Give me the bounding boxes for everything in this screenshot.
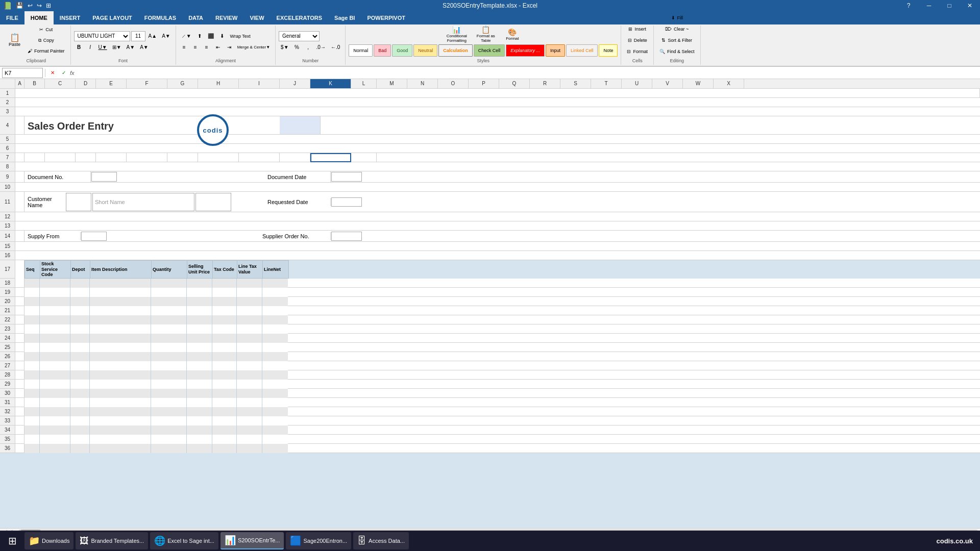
row22-code[interactable] — [40, 315, 70, 324]
style-note[interactable]: Note — [599, 44, 618, 57]
row23-desc[interactable] — [90, 324, 151, 334]
row28-depot[interactable] — [70, 370, 90, 380]
row23-a[interactable] — [15, 324, 24, 334]
row32-rest[interactable] — [288, 407, 980, 416]
row33-tax-code[interactable] — [212, 416, 237, 425]
row20-tax-code[interactable] — [212, 297, 237, 306]
row24-a[interactable] — [15, 334, 24, 343]
align-top-btn[interactable]: ⬆ — [194, 31, 205, 41]
tab-sage-bi[interactable]: Sage BI — [328, 11, 361, 24]
row24-rest[interactable] — [288, 334, 980, 343]
align-center-btn[interactable]: ≡ — [190, 42, 201, 53]
close-button[interactable]: ✕ — [960, 0, 980, 11]
row19-qty[interactable] — [151, 288, 187, 297]
row18-qty[interactable] — [151, 279, 187, 288]
row32-linenet[interactable] — [262, 407, 288, 416]
copy-button[interactable]: ⧉ Copy — [25, 35, 67, 45]
row23-linenet[interactable] — [262, 324, 288, 334]
col-header-n[interactable]: N — [407, 79, 438, 88]
align-bottom-btn[interactable]: ⬇ — [217, 31, 227, 41]
row19-tax-code[interactable] — [212, 288, 237, 297]
taskbar-downloads[interactable]: 📁 Downloads — [24, 532, 74, 549]
col-header-a[interactable]: A — [15, 79, 24, 88]
row29-seq[interactable] — [24, 380, 40, 389]
row25-linenet[interactable] — [262, 343, 288, 352]
row35-rest[interactable] — [288, 435, 980, 444]
taskbar-branded-templates[interactable]: 🖼 Branded Templates... — [76, 532, 148, 549]
row36-depot[interactable] — [70, 444, 90, 453]
row23-tax-val[interactable] — [237, 324, 262, 334]
style-input[interactable]: Input — [546, 44, 565, 57]
row34-desc[interactable] — [90, 425, 151, 435]
row22-desc[interactable] — [90, 315, 151, 324]
percent-btn[interactable]: % — [292, 42, 302, 53]
row35-depot[interactable] — [70, 435, 90, 444]
col-header-u[interactable]: U — [622, 79, 652, 88]
row28-desc[interactable] — [90, 370, 151, 380]
merge-center-btn[interactable]: Merge & Center▼ — [235, 42, 272, 53]
row27-price[interactable] — [187, 361, 212, 370]
row19-linenet[interactable] — [262, 288, 288, 297]
cell-styles-btn[interactable]: 🎨 Format — [500, 28, 525, 41]
col-header-g[interactable]: G — [167, 79, 198, 88]
row22-price[interactable] — [187, 315, 212, 324]
col-header-w[interactable]: W — [683, 79, 714, 88]
col-header-b[interactable]: B — [24, 79, 45, 88]
row26-desc[interactable] — [90, 352, 151, 361]
row20-price[interactable] — [187, 297, 212, 306]
row27-tax-val[interactable] — [237, 361, 262, 370]
comma-btn[interactable]: , — [303, 42, 313, 53]
row30-price[interactable] — [187, 389, 212, 398]
row25-qty[interactable] — [151, 343, 187, 352]
row18-price[interactable] — [187, 279, 212, 288]
clear-button[interactable]: ⌦ Clear ~ — [657, 24, 697, 34]
row30-seq[interactable] — [24, 389, 40, 398]
col-header-t[interactable]: T — [591, 79, 622, 88]
row7-cell-b[interactable] — [24, 153, 45, 162]
row21-tax-code[interactable] — [212, 306, 237, 315]
row21-linenet[interactable] — [262, 306, 288, 315]
row4-cells-rest[interactable] — [321, 116, 980, 135]
row18-seq[interactable] — [24, 279, 40, 288]
row18-tax-val[interactable] — [237, 279, 262, 288]
supply-from-input[interactable] — [81, 232, 107, 241]
col-header-r[interactable]: R — [530, 79, 560, 88]
tab-insert[interactable]: INSERT — [54, 11, 86, 24]
row21-rest[interactable] — [288, 306, 980, 315]
row22-tax-code[interactable] — [212, 315, 237, 324]
row29-code[interactable] — [40, 380, 70, 389]
row24-desc[interactable] — [90, 334, 151, 343]
title-bar-controls[interactable]: ? ─ □ ✕ — [898, 0, 980, 11]
row33-linenet[interactable] — [262, 416, 288, 425]
row35-linenet[interactable] — [262, 435, 288, 444]
quick-access-undo[interactable]: ↩ — [28, 2, 33, 9]
row21-qty[interactable] — [151, 306, 187, 315]
row31-linenet[interactable] — [262, 398, 288, 407]
row22-qty[interactable] — [151, 315, 187, 324]
row34-tax-code[interactable] — [212, 425, 237, 435]
tab-page-layout[interactable]: PAGE LAYOUT — [86, 11, 138, 24]
row-8-cells[interactable] — [15, 162, 980, 171]
row34-a[interactable] — [15, 425, 24, 435]
row20-depot[interactable] — [70, 297, 90, 306]
col-header-l[interactable]: L — [351, 79, 377, 88]
row7-cell-j[interactable] — [280, 153, 310, 162]
row25-a[interactable] — [15, 343, 24, 352]
row7-cell-d[interactable] — [76, 153, 96, 162]
customer-extra-input[interactable] — [195, 193, 231, 211]
style-bad[interactable]: Bad — [374, 44, 391, 57]
row30-code[interactable] — [40, 389, 70, 398]
name-box[interactable]: K7 — [2, 68, 43, 78]
row25-seq[interactable] — [24, 343, 40, 352]
row26-seq[interactable] — [24, 352, 40, 361]
format-cells-button[interactable]: ⊟ Format — [624, 46, 650, 57]
row24-tax-code[interactable] — [212, 334, 237, 343]
col-header-x[interactable]: X — [714, 79, 744, 88]
dec-decrease-btn[interactable]: ←.0 — [329, 42, 342, 53]
row29-qty[interactable] — [151, 380, 187, 389]
row25-tax-code[interactable] — [212, 343, 237, 352]
row21-tax-val[interactable] — [237, 306, 262, 315]
row35-a[interactable] — [15, 435, 24, 444]
formula-input[interactable] — [77, 68, 978, 78]
row34-rest[interactable] — [288, 425, 980, 435]
